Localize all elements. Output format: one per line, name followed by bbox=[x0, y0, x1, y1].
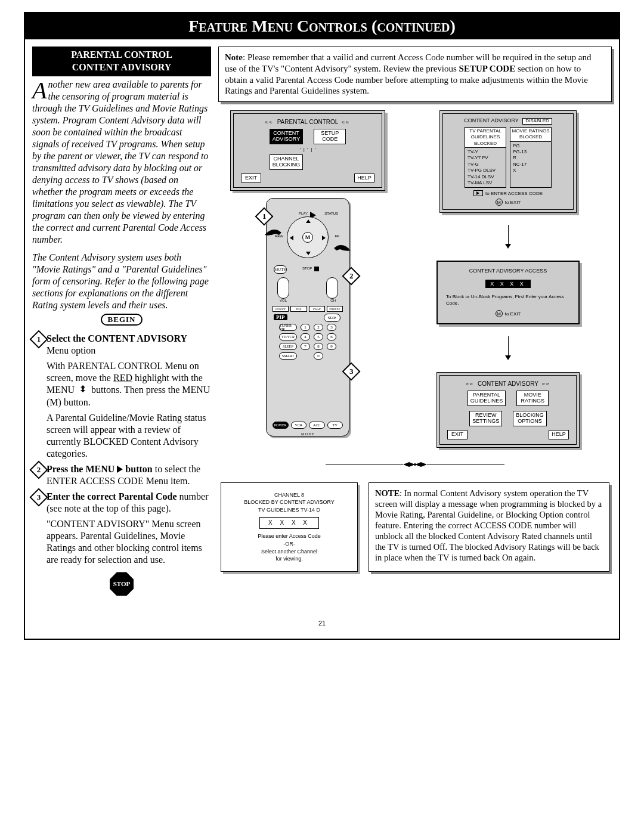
remote-mode-label: M O D E bbox=[284, 432, 331, 436]
stop-badge: STOP bbox=[110, 572, 134, 596]
key-1[interactable]: 1 bbox=[301, 324, 310, 331]
step-3: 3 Enter the correct Parental Code number… bbox=[47, 491, 211, 566]
osd1-title: PARENTAL CONTROL bbox=[277, 119, 339, 125]
remote-m-button[interactable]: M bbox=[302, 232, 313, 243]
bp-l6: Select another Channel bbox=[226, 548, 352, 556]
divider-ornament bbox=[218, 460, 612, 470]
osd2-hint2: to EXIT bbox=[505, 200, 521, 205]
osd4-help[interactable]: HELP bbox=[549, 430, 569, 439]
menu-arrows-icon bbox=[77, 384, 89, 397]
bp-guideline: TV GUIDELINES TV-14 D bbox=[226, 506, 352, 514]
begin-badge: BEGIN bbox=[101, 314, 143, 326]
remote-mute[interactable]: MUTE bbox=[274, 265, 287, 274]
pip-onoff[interactable]: ON/OFF bbox=[273, 306, 289, 312]
pip-pos[interactable]: POS bbox=[290, 306, 306, 312]
osd2-col2-hdr: MOVIE RATINGS BLOCKED bbox=[510, 128, 551, 142]
remote-ch-rocker[interactable] bbox=[326, 277, 338, 299]
page-number: 21 bbox=[25, 620, 619, 627]
osd1-help[interactable]: HELP bbox=[354, 174, 374, 183]
remote-power[interactable]: POWER bbox=[273, 422, 289, 429]
hand-pointer-icon bbox=[328, 239, 352, 256]
step-1: 1 Select the CONTENT ADVISORY Menu optio… bbox=[47, 333, 211, 460]
play-right-icon bbox=[117, 466, 123, 473]
step1-p2: A Parental Guideline/Movie Rating status… bbox=[47, 412, 211, 460]
osd1-setup-code[interactable]: SETUP CODE bbox=[314, 129, 346, 144]
key-9[interactable]: 9 bbox=[327, 343, 336, 350]
mr-r: R bbox=[513, 155, 549, 161]
osd-access-code: CONTENT ADVISORY ACCESS X X X X To Block… bbox=[436, 261, 580, 324]
key-4[interactable]: 4 bbox=[301, 333, 310, 340]
step1-red: RED bbox=[113, 373, 132, 383]
pip-freeze[interactable]: FREEZE bbox=[327, 306, 343, 312]
remote-vcr[interactable]: VCR bbox=[291, 422, 307, 429]
tv-y7: TV-Y7 FV bbox=[467, 155, 503, 161]
drop-cap: A bbox=[32, 79, 48, 100]
mr-nc17: NC-17 bbox=[513, 162, 549, 168]
step2-tail: button bbox=[123, 464, 152, 474]
remote-acc[interactable]: ACC bbox=[309, 422, 325, 429]
osd4-parental-guidelines[interactable]: PARENTAL GUIDELINES bbox=[467, 391, 506, 406]
bottom-note-label: NOTE bbox=[375, 488, 400, 498]
tv-ma: TV-MA LSV bbox=[467, 180, 503, 186]
osd3-title: CONTENT ADVISORY ACCESS bbox=[444, 268, 572, 274]
osd1-exit[interactable]: EXIT bbox=[241, 174, 261, 183]
intro-paragraph: Another new area available to parents fo… bbox=[32, 79, 211, 311]
mr-x: X bbox=[513, 168, 549, 174]
svg-marker-3 bbox=[403, 462, 415, 467]
bottom-note-body: : In normal Content Advisory system oper… bbox=[375, 488, 602, 563]
osd1-content-advisory[interactable]: CONTENT ADVISORY bbox=[270, 129, 303, 144]
intro-text-1: nother new area available to parents for… bbox=[32, 79, 208, 244]
key-8[interactable]: 8 bbox=[314, 343, 323, 350]
osd2-title: CONTENT ADVISORY bbox=[464, 117, 519, 123]
key-2[interactable]: 2 bbox=[314, 324, 323, 331]
step1-lead: Select the CONTENT ADVISORY bbox=[47, 333, 187, 343]
sidebar-header-line1: PARENTAL CONTROL bbox=[32, 49, 211, 61]
step3-p2: "CONTENT ADVISORY" Menu screen appears. … bbox=[47, 518, 211, 566]
osd3-body: To Block or Un-Block Programs, First Ent… bbox=[446, 294, 570, 306]
osd4-blocking-options[interactable]: BLOCKING OPTIONS bbox=[513, 411, 547, 426]
key-7[interactable]: 7 bbox=[301, 343, 310, 350]
svg-marker-5 bbox=[415, 462, 427, 467]
side-sleep[interactable]: SLEEP bbox=[279, 343, 297, 350]
osd4-exit[interactable]: EXIT bbox=[447, 430, 467, 439]
bp-channel: CHANNEL 8 bbox=[226, 491, 352, 499]
left-arrow-icon bbox=[290, 236, 293, 240]
wave-icon: ≈≈ bbox=[542, 381, 550, 387]
sidebar-header: PARENTAL CONTROL CONTENT ADVISORY bbox=[32, 47, 211, 76]
side-smart[interactable]: SMART bbox=[279, 352, 297, 360]
remote-tv[interactable]: TV bbox=[327, 422, 343, 429]
step1-tail: Menu option bbox=[47, 345, 95, 355]
step3-lead: Enter the correct Parental Code bbox=[47, 491, 177, 501]
play-box-icon bbox=[473, 190, 483, 196]
key-3[interactable]: 3 bbox=[327, 324, 336, 331]
osd3-code-field[interactable]: X X X X bbox=[485, 280, 531, 288]
tv-guidelines-col: TV PARENTAL GUIDELINES BLOCKED TV-Y TV-Y… bbox=[465, 127, 506, 188]
remote-nav-pad[interactable]: M bbox=[287, 216, 329, 258]
key-0[interactable]: 0 bbox=[314, 352, 323, 360]
remote-size[interactable]: SIZE bbox=[324, 314, 340, 322]
osd4-movie-ratings[interactable]: MOVIE RATINGS bbox=[516, 391, 549, 406]
side-tunerpip[interactable]: TUNER PIP bbox=[279, 324, 297, 331]
osd2-hint1: to ENTER ACCESS CODE bbox=[485, 191, 543, 196]
left-column: PARENTAL CONTROL CONTENT ADVISORY Anothe… bbox=[32, 47, 211, 602]
remote-status-label: STATUS bbox=[324, 212, 338, 215]
bp-blocked: BLOCKED BY CONTENT ADVISORY bbox=[226, 498, 352, 506]
remote-play-label: PLAY bbox=[299, 212, 308, 215]
wave-icon: ≈≈ bbox=[265, 119, 274, 125]
bp-l7: for viewing. bbox=[226, 555, 352, 563]
bp-code-field[interactable]: X X X X bbox=[259, 517, 319, 529]
osd4-review-settings[interactable]: REVIEW SETTINGS bbox=[469, 411, 502, 426]
down-arrow-icon bbox=[306, 252, 311, 255]
remote-ff-label: FF bbox=[335, 234, 339, 238]
osd-parental-control: ≈≈ PARENTAL CONTROL ≈≈ CONTENT ADVISORY … bbox=[230, 110, 385, 191]
step-2: 2 Press the MENU button to select the EN… bbox=[47, 463, 211, 487]
top-note: Note: Please remember that a vailid and … bbox=[218, 47, 612, 102]
pip-swap[interactable]: SWAP bbox=[309, 306, 325, 312]
m-circle-icon: M bbox=[496, 199, 503, 206]
key-6[interactable]: 6 bbox=[327, 333, 336, 340]
remote-vol-rocker[interactable] bbox=[277, 277, 289, 299]
side-tvvcr[interactable]: TV/VCR bbox=[279, 333, 297, 340]
key-5[interactable]: 5 bbox=[314, 333, 323, 340]
remote-vol-label: VOL bbox=[280, 299, 287, 302]
osd1-channel-blocking[interactable]: CHANNEL BLOCKING bbox=[270, 154, 304, 170]
